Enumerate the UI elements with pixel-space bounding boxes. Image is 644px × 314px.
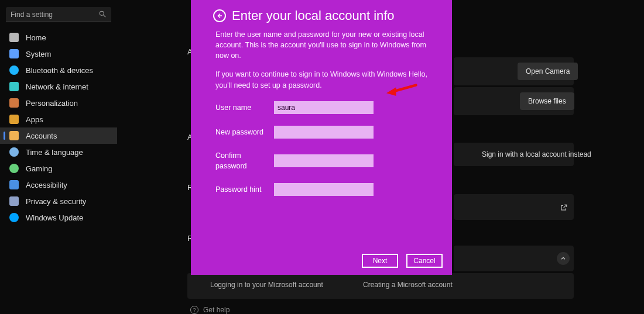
sidebar-item-label: Time & language — [26, 148, 83, 157]
time-icon — [9, 147, 19, 157]
home-icon — [9, 33, 19, 42]
search-input[interactable] — [6, 7, 111, 22]
privacy-icon — [9, 196, 19, 206]
row-password-hint: Password hint — [215, 183, 438, 196]
next-button[interactable]: Next — [362, 254, 398, 268]
svg-line-1 — [104, 15, 106, 18]
search-wrap — [6, 7, 111, 22]
sidebar-item-label: Network & internet — [26, 82, 88, 91]
row-username: User name — [215, 101, 438, 114]
row-new-password: New password — [215, 126, 438, 139]
open-camera-button[interactable]: Open Camera — [518, 63, 578, 80]
button-label: Browse files — [528, 97, 566, 105]
sign-in-local-link[interactable]: Sign in with a local account instead — [482, 150, 591, 158]
svg-point-0 — [100, 11, 104, 15]
sidebar-item-privacy[interactable]: Privacy & security — [0, 193, 117, 209]
settings-sidebar: Home System Bluetooth & devices Network … — [0, 0, 117, 314]
dialog-footer: Next Cancel — [362, 254, 443, 268]
chevron-up-icon[interactable] — [557, 252, 570, 265]
sidebar-item-label: Gaming — [26, 164, 53, 173]
label-new-password: New password — [215, 127, 274, 137]
sidebar-item-personalization[interactable]: Personalization — [0, 95, 117, 111]
sidebar-item-home[interactable]: Home — [0, 29, 117, 46]
sidebar-item-system[interactable]: System — [0, 46, 117, 62]
external-strip[interactable] — [454, 194, 574, 220]
sidebar-item-time[interactable]: Time & language — [0, 144, 117, 160]
label-confirm-password: Confirm password — [215, 150, 274, 171]
sidebar-item-network[interactable]: Network & internet — [0, 78, 117, 95]
expand-strip[interactable] — [454, 246, 574, 271]
system-icon — [9, 49, 19, 58]
browse-files-button[interactable]: Browse files — [520, 92, 574, 110]
sidebar-item-label: System — [26, 50, 51, 58]
link-create-ms[interactable]: Creating a Microsoft account — [363, 281, 453, 289]
sidebar-item-accounts[interactable]: Accounts — [0, 127, 117, 144]
arrow-left-icon — [216, 12, 223, 19]
sidebar-item-apps[interactable]: Apps — [0, 111, 117, 127]
open-external-icon — [560, 203, 568, 212]
search-icon — [98, 10, 107, 18]
sidebar-item-bluetooth[interactable]: Bluetooth & devices — [0, 62, 117, 78]
bluetooth-icon — [9, 65, 19, 75]
get-help-link[interactable]: ? Get help — [190, 306, 229, 314]
apps-icon — [9, 115, 19, 124]
accessibility-icon — [9, 180, 19, 189]
sidebar-item-gaming[interactable]: Gaming — [0, 160, 117, 177]
personalization-icon — [9, 98, 19, 108]
dialog-body: Enter the user name and password for you… — [214, 29, 438, 196]
dialog-paragraph: If you want to continue to sign in to Wi… — [215, 69, 432, 90]
sidebar-item-label: Home — [26, 33, 46, 42]
dialog-paragraph: Enter the user name and password for you… — [215, 29, 432, 61]
sidebar-item-label: Privacy & security — [26, 197, 86, 206]
sidebar-item-label: Windows Update — [26, 213, 83, 222]
button-label: Open Camera — [526, 67, 570, 75]
sidebar-item-update[interactable]: Windows Update — [0, 209, 117, 226]
sidebar-item-accessibility[interactable]: Accessibility — [0, 177, 117, 193]
username-input[interactable] — [274, 101, 374, 114]
update-icon — [9, 213, 19, 222]
dialog-title: Enter your local account info — [232, 8, 395, 23]
nav-list: Home System Bluetooth & devices Network … — [0, 29, 117, 226]
row-confirm-password: Confirm password — [215, 150, 438, 171]
label-password-hint: Password hint — [215, 184, 274, 195]
confirm-password-input[interactable] — [274, 154, 374, 167]
label-username: User name — [215, 102, 274, 113]
password-hint-input[interactable] — [274, 183, 374, 196]
gaming-icon — [9, 164, 19, 173]
sidebar-item-label: Personalization — [26, 99, 78, 108]
link-login-ms[interactable]: Logging in to your Microsoft account — [210, 281, 323, 289]
dialog-header: Enter your local account info — [214, 8, 438, 23]
back-button[interactable] — [213, 9, 226, 22]
local-account-form: User name New password Confirm password … — [215, 101, 438, 196]
network-icon — [9, 82, 19, 91]
sidebar-item-label: Accessibility — [26, 181, 67, 189]
cancel-button[interactable]: Cancel — [406, 254, 443, 268]
new-password-input[interactable] — [274, 126, 374, 139]
sidebar-item-label: Apps — [26, 115, 43, 124]
accounts-icon — [9, 131, 19, 140]
sidebar-item-label: Bluetooth & devices — [26, 66, 93, 75]
get-help-label: Get help — [203, 306, 229, 314]
help-icon: ? — [190, 306, 198, 314]
sidebar-item-label: Accounts — [26, 132, 57, 140]
local-account-dialog: Enter your local account info Enter the … — [191, 0, 452, 275]
